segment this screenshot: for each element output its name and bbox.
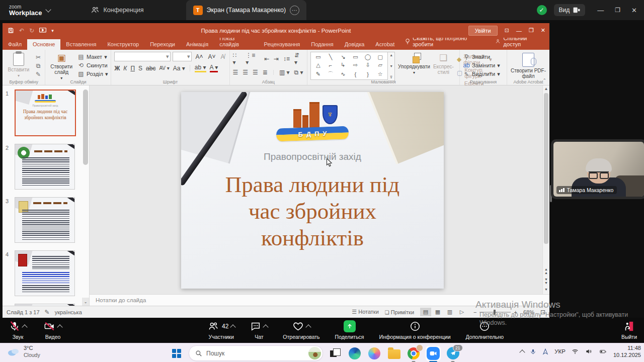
font-name-combo[interactable]: ▾ — [114, 52, 171, 61]
shapes-gallery[interactable]: ▭╲↘▭◯▢ △⌐↳⇨⇩▱ ✎⌒∿{}☆ — [310, 52, 388, 80]
telegram-app-button[interactable]: 21 — [445, 346, 460, 361]
layout-button[interactable]: ▤Макет ▾ — [77, 53, 108, 60]
copy-icon[interactable]: ⧉ — [35, 62, 42, 69]
align-left-icon[interactable]: ☰ — [233, 69, 238, 76]
participants-button[interactable]: 42 Участники — [207, 320, 235, 340]
share-screen-button[interactable]: Поделиться — [335, 320, 364, 340]
editor-scrollbar[interactable]: ▲ ▲▲ ▼▼ ▼ — [542, 85, 549, 294]
columns-icon[interactable]: ▥ ▾ — [279, 69, 290, 76]
italic-icon[interactable]: К — [123, 65, 127, 72]
participant-video-tile[interactable]: Тамара Макаренко — [551, 139, 644, 199]
shapes-scroll[interactable]: ▲▼⊽ — [388, 52, 395, 81]
tab-home[interactable]: Основне — [27, 39, 60, 50]
search-highlight-image[interactable] — [308, 347, 321, 359]
close-button[interactable]: ✕ — [631, 7, 637, 14]
bold-icon[interactable]: Ж — [114, 65, 120, 72]
decrease-indent-icon[interactable]: ⇤ — [264, 55, 269, 62]
collapse-ribbon-icon[interactable]: ⌃ — [542, 78, 546, 83]
font-size-combo[interactable]: ▾ — [173, 52, 192, 61]
text-shadow-icon[interactable]: S — [138, 65, 142, 72]
tab-review[interactable]: Рецензування — [259, 39, 306, 50]
edge-app-button[interactable] — [347, 346, 362, 361]
font-color-icon[interactable]: A ▾ — [210, 64, 218, 72]
comments-toggle[interactable]: ❏ Примітки — [385, 309, 414, 315]
align-center-icon[interactable]: ☰ — [243, 69, 248, 76]
react-button[interactable]: Отреагировать — [283, 320, 319, 340]
react-options-chevron[interactable] — [305, 324, 311, 330]
section-button[interactable]: ▧Розділ ▾ — [77, 70, 108, 77]
undo-icon[interactable]: ↶ — [19, 27, 24, 34]
tray-location-icon[interactable] — [542, 348, 549, 355]
battery-icon[interactable] — [598, 348, 608, 355]
chrome-app-button[interactable] — [406, 346, 421, 361]
file-explorer-button[interactable] — [386, 346, 401, 361]
task-view-button[interactable] — [328, 346, 343, 361]
security-shield-icon[interactable]: ✓ — [537, 5, 547, 15]
cut-icon[interactable]: ✂ — [35, 54, 42, 61]
numbering-icon[interactable]: ⋮≡ ▾ — [246, 52, 260, 66]
ribbon-display-options-icon[interactable]: ⊡ — [505, 27, 509, 34]
meeting-info-button[interactable]: Информация о конференции — [379, 320, 451, 340]
change-case-icon[interactable]: Aa ▾ — [173, 65, 185, 72]
new-slide-button[interactable]: ▣ Створити слайд▾ — [48, 52, 74, 80]
proofing-icon[interactable]: ✎ — [45, 309, 50, 316]
start-slideshow-icon[interactable] — [39, 28, 46, 34]
keyboard-language[interactable]: УКР — [554, 348, 566, 354]
smartart-convert-icon[interactable]: ⧉ ▾ — [294, 69, 303, 76]
tab-animations[interactable]: Анімація — [181, 39, 214, 50]
bullets-icon[interactable]: ∷ ▾ — [233, 52, 242, 66]
chat-options-chevron[interactable] — [263, 324, 269, 330]
zoom-workplace-logo[interactable]: zoom Workplace — [9, 5, 50, 16]
slide-editor-canvas[interactable]: ♆ БДПУ Правопросвітній захід Права людин… — [90, 85, 542, 294]
scroll-up-icon[interactable]: ▲ — [544, 86, 548, 91]
start-button[interactable] — [169, 346, 184, 361]
underline-icon[interactable]: П — [130, 65, 135, 72]
tab-design[interactable]: Конструктор — [102, 39, 144, 50]
thumbnail-scroll-down-icon[interactable]: ⌄ — [82, 298, 89, 306]
increase-indent-icon[interactable]: ⇥ — [274, 55, 279, 62]
customize-qat-icon[interactable]: ▾ — [51, 28, 54, 33]
maximize-button[interactable]: ❐ — [615, 7, 620, 14]
character-spacing-icon[interactable]: A︎V ▾ — [159, 65, 169, 71]
arrange-button[interactable]: Упорядкувати▾ — [398, 52, 430, 75]
line-spacing-icon[interactable]: ↕≡ — [283, 55, 290, 62]
tab-transitions[interactable]: Переходи — [144, 39, 181, 50]
tab-meeting[interactable]: Конференция — [84, 0, 151, 20]
find-button[interactable]: ⚲Знайти — [463, 53, 500, 60]
create-pdf-button[interactable]: Створити PDF-файл — [510, 52, 546, 79]
slide-2-thumbnail[interactable] — [15, 144, 75, 190]
wifi-icon[interactable] — [571, 348, 579, 355]
reading-view-icon[interactable]: ▥ — [444, 308, 455, 316]
weather-widget[interactable]: 3°C Cloudy — [7, 345, 40, 358]
tray-overflow-chevron[interactable] — [520, 349, 525, 355]
search-box[interactable]: Пошук — [189, 345, 323, 361]
tab-insert[interactable]: Вставлення — [60, 39, 102, 50]
slideshow-view-icon[interactable]: ▷ — [456, 308, 467, 316]
video-options-chevron[interactable] — [57, 324, 62, 330]
scroll-down-icon[interactable]: ▼ — [544, 288, 548, 291]
thumbnail-scrollbar[interactable] — [83, 89, 88, 165]
leave-button[interactable]: Выйти — [621, 320, 637, 340]
slide-3-thumbnail[interactable] — [15, 197, 75, 243]
scrollbar-thumb[interactable] — [544, 93, 548, 244]
text-direction-icon[interactable]: ⇵ ▾ — [294, 52, 304, 66]
chevron-down-icon[interactable] — [45, 7, 51, 12]
select-button[interactable]: ⇖Виділити ▾ — [463, 70, 500, 77]
tray-mic-icon[interactable] — [530, 348, 536, 355]
tab-help[interactable]: Довідка — [339, 39, 370, 50]
grow-font-icon[interactable]: A˄ — [194, 53, 204, 61]
copilot-app-button[interactable] — [367, 346, 382, 361]
tab-shared-screen[interactable]: T Экран (Тамара Макаренко) ⋯ — [186, 0, 307, 20]
paste-button[interactable]: Вставити▾ — [6, 52, 32, 78]
next-slide-icon[interactable]: ▼▼ — [544, 278, 548, 285]
slide-4-thumbnail[interactable] — [15, 250, 75, 296]
slide-canvas[interactable]: ♆ БДПУ Правопросвітній захід Права людин… — [181, 92, 444, 289]
strikethrough-icon[interactable]: abc — [146, 65, 155, 72]
quick-styles-button[interactable]: ❑ Експрес-стилі — [433, 52, 454, 75]
ppt-close-button[interactable]: ✕ — [541, 27, 545, 34]
tab-view[interactable]: Подання — [305, 39, 339, 50]
participants-options-chevron[interactable] — [230, 324, 236, 330]
audio-button[interactable]: Звук — [9, 320, 27, 340]
zoom-app-button[interactable] — [426, 346, 441, 361]
highlight-color-icon[interactable]: ab ▾ — [195, 64, 206, 72]
